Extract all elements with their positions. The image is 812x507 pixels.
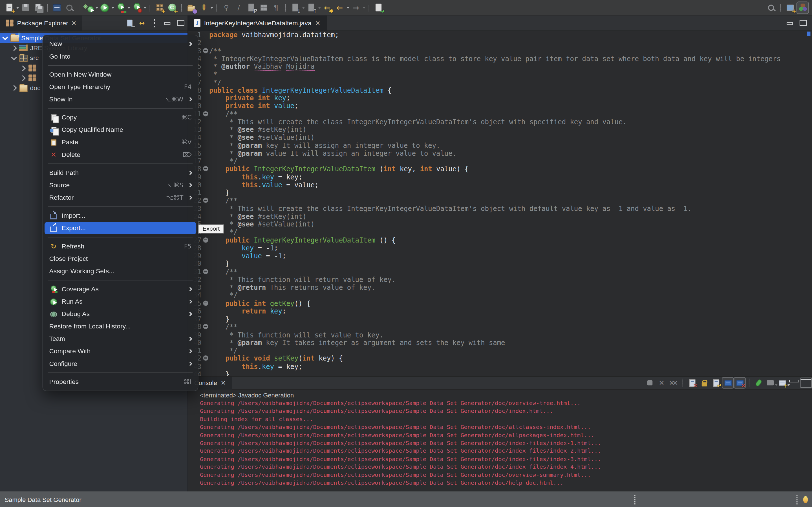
fold-collapse-icon[interactable] — [203, 269, 208, 274]
java-perspective-icon[interactable] — [797, 2, 808, 13]
console-view-icon[interactable] — [51, 2, 63, 13]
java-search-icon[interactable]: ✎ — [198, 2, 209, 13]
fold-collapse-icon[interactable] — [203, 237, 208, 242]
close-icon[interactable]: ✕ — [71, 19, 77, 27]
dropdown-arrow-icon[interactable] — [347, 6, 350, 8]
pin-console-icon[interactable] — [753, 378, 764, 388]
minimize-icon[interactable] — [163, 20, 171, 26]
dropdown-arrow-icon[interactable] — [210, 6, 213, 8]
save-all-icon[interactable] — [32, 2, 43, 13]
drag-handle-icon[interactable] — [797, 495, 799, 504]
fold-collapse-icon[interactable] — [203, 300, 208, 305]
menu-item-run-as[interactable]: Run As — [45, 295, 196, 308]
chevron-right-icon[interactable] — [11, 85, 17, 91]
coverage-last-icon[interactable]: ✳ — [83, 2, 94, 13]
menu-item-close-project[interactable]: Close Project — [45, 252, 196, 265]
key-icon[interactable]: ⚲ — [220, 2, 232, 13]
menu-item-configure[interactable]: Configure — [45, 357, 196, 370]
chevron-right-icon[interactable] — [11, 45, 17, 51]
search-dim-icon[interactable] — [64, 2, 75, 13]
menu-item-source[interactable]: Source⌥⌘S — [45, 179, 196, 191]
dropdown-arrow-icon[interactable] — [363, 6, 366, 8]
menu-item-open-type-hierarchy[interactable]: Open Type HierarchyF4 — [45, 81, 196, 93]
menu-item-compare-with[interactable]: Compare With — [45, 345, 196, 357]
fold-collapse-icon[interactable] — [203, 198, 208, 203]
debug-icon[interactable] — [131, 2, 142, 13]
progress-indicator-icon[interactable] — [803, 496, 808, 503]
remove-all-terminated-icon[interactable]: ✕✕ — [668, 378, 679, 388]
menu-item-build-path[interactable]: Build Path — [45, 166, 196, 179]
fold-collapse-icon[interactable] — [203, 48, 208, 53]
chevron-right-icon[interactable] — [20, 65, 26, 71]
open-console-icon[interactable]: + — [777, 378, 788, 388]
menu-item-properties[interactable]: Properties⌘I — [45, 376, 196, 388]
link-with-editor-icon[interactable]: ↔ — [136, 17, 147, 29]
word-wrap-icon[interactable]: ↵ — [711, 378, 721, 388]
next-annotation-icon[interactable]: ↓ — [290, 2, 301, 13]
clear-console-icon[interactable]: ✕ — [687, 378, 698, 388]
dropdown-arrow-icon[interactable] — [95, 6, 98, 8]
open-perspective-icon[interactable]: + — [784, 2, 796, 13]
chevron-down-icon[interactable] — [11, 54, 17, 60]
dropdown-arrow-icon[interactable] — [111, 6, 114, 8]
dropdown-arrow-icon[interactable] — [144, 6, 147, 8]
maximize-icon[interactable] — [800, 20, 807, 26]
table-icon[interactable] — [258, 2, 269, 13]
menu-item-assign-working-sets[interactable]: Assign Working Sets... — [45, 265, 196, 277]
last-edit-location-icon[interactable]: ←✱ — [322, 2, 333, 13]
view-menu-icon[interactable] — [149, 17, 160, 29]
back-icon[interactable]: ← — [334, 2, 345, 13]
menu-item-coverage-as[interactable]: Coverage As — [45, 283, 196, 295]
drag-handle-icon[interactable] — [635, 495, 637, 504]
fold-collapse-icon[interactable] — [203, 166, 208, 171]
fold-collapse-icon[interactable] — [203, 324, 208, 329]
new-wizard-icon[interactable]: + — [4, 2, 15, 13]
dropdown-arrow-icon[interactable] — [16, 6, 19, 8]
maximize-icon[interactable] — [177, 20, 185, 26]
menu-item-paste[interactable]: Paste⌘V — [45, 136, 196, 149]
open-element-icon[interactable]: ● — [186, 2, 197, 13]
menu-item-new[interactable]: New — [45, 38, 196, 50]
fold-collapse-icon[interactable] — [203, 111, 208, 116]
menu-item-export[interactable]: Export... — [45, 222, 196, 234]
fold-collapse-icon[interactable] — [203, 355, 208, 360]
collapse-all-icon[interactable]: − — [124, 17, 135, 29]
show-stderr-icon[interactable]: ✕ — [734, 378, 745, 388]
prev-annotation-icon[interactable]: ↑ — [306, 2, 317, 13]
tab-java-file[interactable]: J IntegerKeyIntegerValueDataItem.java ✕ — [188, 15, 327, 31]
forward-icon[interactable]: → — [350, 2, 361, 13]
chevron-right-icon[interactable] — [20, 75, 26, 81]
overview-ruler-marker[interactable] — [807, 32, 811, 36]
menu-item-restore-from-local-history[interactable]: Restore from Local History... — [45, 320, 196, 333]
dropdown-arrow-icon[interactable] — [302, 6, 305, 8]
show-stdout-icon[interactable] — [722, 378, 733, 388]
menu-item-delete[interactable]: ✕Delete⌦ — [45, 149, 196, 161]
chevron-down-icon[interactable] — [2, 34, 8, 40]
menu-item-show-in[interactable]: Show In⌥⌘W — [45, 93, 196, 106]
menu-item-debug-as[interactable]: Debug As — [45, 308, 196, 320]
menu-item-copy[interactable]: Copy⌘C — [45, 111, 196, 124]
menu-item-team[interactable]: Team — [45, 333, 196, 345]
menu-item-go-into[interactable]: Go Into — [45, 50, 196, 62]
maximize-icon[interactable] — [801, 378, 812, 388]
dropdown-arrow-icon[interactable] — [128, 6, 131, 8]
open-task-icon[interactable]: ➔ — [373, 2, 384, 13]
menu-item-refactor[interactable]: Refactor⌥⌘T — [45, 191, 196, 204]
new-package-icon[interactable]: + — [154, 2, 165, 13]
save-icon[interactable] — [20, 2, 31, 13]
menu-item-import[interactable]: Import... — [45, 210, 196, 222]
dropdown-arrow-icon[interactable] — [318, 6, 321, 8]
menu-item-copy-qualified-name[interactable]: Copy Qualified Name — [45, 124, 196, 136]
display-selected-console-icon[interactable] — [765, 378, 776, 388]
coverage-icon[interactable] — [115, 2, 126, 13]
close-icon[interactable]: ✕ — [221, 379, 226, 386]
menu-item-refresh[interactable]: ↻RefreshF5 — [45, 240, 196, 252]
mark-occurrences-icon[interactable]: ∕ — [233, 2, 245, 13]
menu-item-open-in-new-window[interactable]: Open in New Window — [45, 68, 196, 80]
run-icon[interactable] — [99, 2, 110, 13]
minimize-icon[interactable] — [789, 378, 800, 388]
new-class-icon[interactable]: C+ — [166, 2, 177, 13]
console-output[interactable]: <terminated> Javadoc Generation Generati… — [188, 390, 812, 487]
scroll-lock-icon[interactable] — [699, 378, 710, 388]
show-whitespace-icon[interactable]: ¶ — [270, 2, 282, 13]
